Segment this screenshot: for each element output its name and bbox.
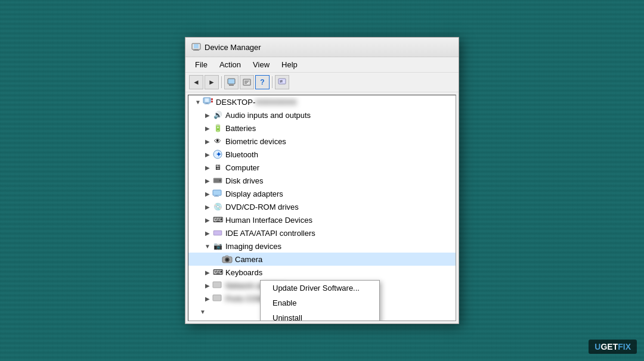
biometric-icon: [212, 136, 223, 147]
bluetooth-chevron: [203, 150, 212, 159]
device-tree: DESKTOP-XXXXXXXX Audio inputs and output…: [188, 95, 456, 321]
tree-item-keyboards[interactable]: Keyboards: [188, 266, 456, 279]
dvd-icon: [212, 201, 223, 212]
svg-rect-2: [194, 49, 198, 50]
ugetfix-fix: FIX: [618, 342, 631, 351]
blurred1-chevron: [203, 281, 212, 290]
ugetfix-u: U: [595, 342, 600, 351]
disk-icon: [212, 175, 223, 186]
tree-item-audio[interactable]: Audio inputs and outputs: [188, 108, 456, 122]
tree-item-computer[interactable]: Computer: [188, 161, 456, 174]
tree-item-batteries[interactable]: Batteries: [188, 122, 456, 135]
battery-icon: [212, 123, 223, 133]
ide-icon: [212, 228, 223, 238]
svg-rect-27: [214, 231, 221, 235]
keyboard-icon: [212, 267, 223, 278]
tree-item-camera[interactable]: Camera: [188, 253, 456, 266]
svg-rect-14: [206, 103, 208, 104]
root-chevron: [193, 97, 203, 107]
forward-button[interactable]: ►: [205, 75, 219, 89]
svg-rect-24: [215, 195, 218, 196]
svg-rect-25: [214, 196, 219, 197]
svg-point-22: [219, 180, 221, 182]
audio-chevron: [203, 110, 212, 120]
properties-button[interactable]: [224, 75, 239, 89]
blurred1-icon: [212, 280, 223, 291]
svg-rect-15: [205, 104, 209, 104]
menu-view[interactable]: View: [248, 58, 274, 71]
tree-item-imaging[interactable]: Imaging devices: [188, 239, 456, 253]
blurred2-chevron: [203, 294, 212, 303]
tree-item-ide[interactable]: IDE ATA/ATAPI controllers: [188, 226, 456, 239]
hid-chevron: [203, 215, 212, 225]
computer-label: Computer: [225, 163, 259, 172]
title-bar: Device Manager: [185, 38, 459, 57]
svg-rect-17: [211, 101, 213, 102]
help-button[interactable]: ?: [255, 75, 270, 89]
tree-item-bluetooth[interactable]: ✦ Bluetooth: [188, 148, 456, 161]
svg-text:⇄: ⇄: [280, 80, 283, 83]
svg-rect-31: [225, 256, 228, 257]
svg-rect-33: [213, 295, 221, 301]
monitor-icon: [212, 162, 223, 173]
imaging-chevron: [203, 241, 212, 251]
disk-chevron: [203, 176, 212, 185]
disk-label: Disk drives: [225, 176, 264, 185]
dvd-chevron: [203, 202, 212, 211]
tree-item-dvd[interactable]: DVD/CD-ROM drives: [188, 200, 456, 213]
tree-root[interactable]: DESKTOP-XXXXXXXX: [188, 95, 456, 108]
ugetfix-get: GET: [600, 342, 618, 351]
batteries-label: Batteries: [225, 124, 256, 133]
keyboards-label: Keyboards: [225, 268, 262, 277]
biometric-chevron: [203, 136, 212, 146]
display-label: Display adapters: [225, 189, 283, 198]
menu-help[interactable]: Help: [277, 58, 302, 71]
tree-item-biometric[interactable]: Biometric devices: [188, 135, 456, 148]
display-chevron: [203, 189, 212, 198]
device-manager-icon: [191, 42, 201, 52]
biometric-label: Biometric devices: [225, 137, 286, 146]
imaging-label: Imaging devices: [225, 242, 281, 251]
update-button[interactable]: [240, 75, 254, 89]
hid-label: Human Interface Devices: [225, 216, 312, 225]
svg-point-30: [226, 259, 228, 261]
computer-icon: [203, 97, 213, 107]
computer-chevron: [203, 163, 212, 172]
toolbar: ◄ ► ? ⇄: [185, 73, 459, 92]
audio-label: Audio inputs and outputs: [225, 111, 311, 120]
back-button[interactable]: ◄: [189, 75, 203, 89]
context-update-driver[interactable]: Update Driver Software...: [261, 281, 379, 295]
svg-text:✦: ✦: [216, 151, 221, 158]
dvd-label: DVD/CD-ROM drives: [225, 203, 299, 211]
svg-rect-4: [228, 79, 235, 84]
context-enable[interactable]: Enable: [261, 295, 379, 310]
scan-button[interactable]: ⇄: [275, 75, 289, 89]
bluetooth-label: Bluetooth: [225, 150, 258, 159]
menu-file[interactable]: File: [190, 58, 212, 71]
tree-item-display[interactable]: Display adapters: [188, 187, 456, 200]
svg-rect-1: [194, 44, 199, 48]
camera-icon: [222, 254, 233, 264]
tree-item-hid[interactable]: Human Interface Devices: [188, 213, 456, 226]
batteries-chevron: [203, 123, 212, 133]
camera-label: Camera: [235, 255, 262, 264]
svg-rect-23: [213, 190, 221, 195]
menu-action[interactable]: Action: [215, 58, 246, 71]
ide-label: IDE ATA/ATAPI controllers: [225, 229, 315, 238]
imaging-icon: [212, 241, 223, 251]
audio-icon: [212, 110, 223, 120]
scroll-down-indicator: [198, 307, 208, 316]
blurred2-icon: [212, 293, 223, 304]
device-manager-window: Device Manager File Action View Help ◄ ►…: [185, 37, 459, 324]
hid-icon: [212, 214, 223, 225]
svg-rect-32: [213, 282, 221, 288]
svg-rect-5: [229, 85, 234, 86]
context-uninstall[interactable]: Uninstall: [261, 310, 379, 321]
tree-item-disk[interactable]: Disk drives: [188, 174, 456, 187]
ugetfix-branding: UGETFIX: [589, 340, 637, 354]
root-label: DESKTOP-XXXXXXXX: [216, 98, 297, 107]
menu-bar: File Action View Help: [185, 57, 459, 73]
svg-rect-13: [205, 98, 209, 102]
svg-rect-3: [193, 50, 199, 51]
ide-chevron: [203, 228, 212, 238]
